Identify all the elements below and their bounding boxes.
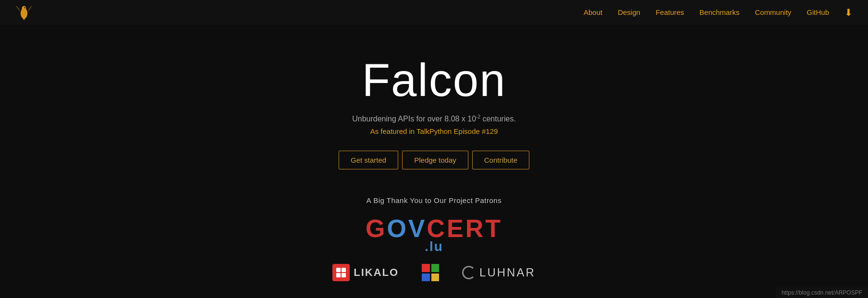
cluhnar-logo: LUHNAR [462,266,536,279]
patron-logos-row: LIKALO LUHNAR [332,264,536,281]
nav-community[interactable]: Community [755,8,791,16]
colorful-grid-icon [422,264,439,281]
get-started-button[interactable]: Get started [339,151,398,169]
hero-buttons: Get started Pledge today Contribute [339,151,529,169]
govcert-text: GOVCERT [366,216,502,241]
cluhnar-c-icon [462,266,476,279]
statusbar: https://blog.csdn.net/ARPOSPF [776,287,868,298]
svg-point-2 [24,7,25,9]
nav-links: About Design Features Benchmarks Communi… [584,7,853,18]
nav-github[interactable]: GitHub [807,8,829,16]
likalo-icon [332,264,350,281]
download-icon[interactable]: ⬇ [844,7,853,18]
pledge-today-button[interactable]: Pledge today [402,151,468,169]
govcert-domain: .lu [425,239,443,254]
navbar: About Design Features Benchmarks Communi… [0,0,868,25]
likalo-logo: LIKALO [332,264,399,281]
hero-subtitle: Unburdening APIs for over 8.08 x 10-2 ce… [352,114,516,123]
likalo-text: LIKALO [354,266,399,279]
statusbar-url: https://blog.csdn.net/ARPOSPF [782,289,862,296]
falcon-logo-icon [15,4,33,21]
cluhnar-text: LUHNAR [479,266,536,279]
nav-about[interactable]: About [584,8,602,16]
govcert-logo: GOVCERT .lu [366,216,502,254]
nav-design[interactable]: Design [618,8,640,16]
patrons-section: A Big Thank You to Our Project Patrons G… [0,196,868,281]
nav-features[interactable]: Features [656,8,684,16]
brand-logo[interactable] [15,4,33,21]
hero-featured: As featured in TalkPython Episode #129 [370,127,498,135]
nav-benchmarks[interactable]: Benchmarks [699,8,739,16]
hero-title: Falcon [362,54,506,107]
hero-section: Falcon Unburdening APIs for over 8.08 x … [0,25,868,298]
patrons-title: A Big Thank You to Our Project Patrons [367,196,501,204]
contribute-button[interactable]: Contribute [472,151,529,169]
